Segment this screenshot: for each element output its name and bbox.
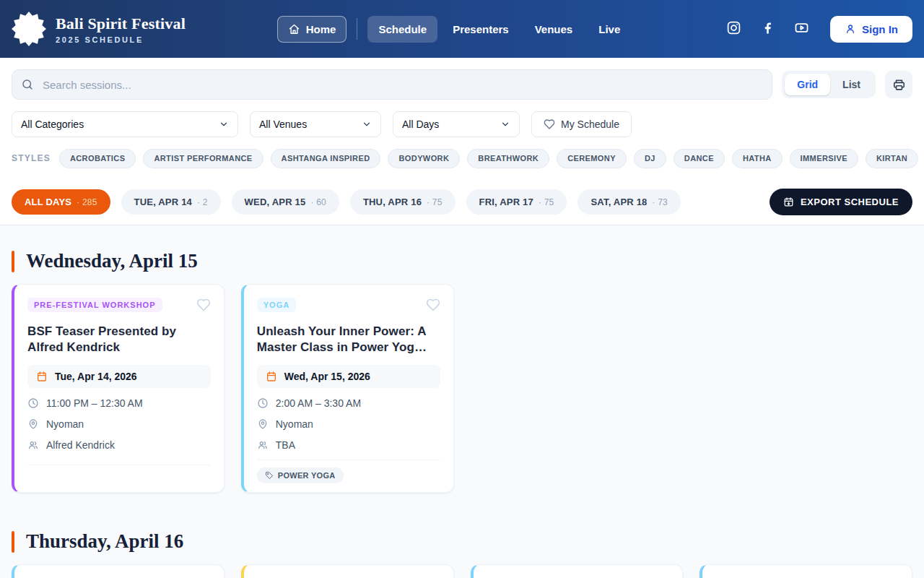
tag-icon (265, 471, 274, 480)
day-tab-thu-apr-16[interactable]: THU, APR 16· 75 (350, 189, 456, 215)
day-tab-tue-apr-14[interactable]: TUE, APR 14· 2 (121, 189, 221, 215)
day-section: Thursday, April 16 (12, 506, 912, 578)
day-tab-sat-apr-18[interactable]: SAT, APR 18· 73 (578, 189, 681, 215)
section-heading: Thursday, April 16 (12, 506, 912, 553)
all-categories-select[interactable]: All Categories (12, 111, 238, 137)
day-tabs: ALL DAYS· 285TUE, APR 14· 2WED, APR 15· … (12, 189, 681, 215)
favorite-button[interactable] (426, 298, 440, 314)
session-date: Wed, Apr 15, 2026 (257, 365, 440, 388)
export-schedule-button[interactable]: EXPORT SCHEDULE (770, 189, 912, 215)
session-card[interactable]: YOGAUnleash Your Inner Power: A Master C… (241, 284, 454, 493)
grid-view-button[interactable]: Grid (785, 74, 830, 95)
card-top: PRE-FESTIVAL WORKSHOP (27, 298, 211, 314)
session-card[interactable]: PRE-FESTIVAL WORKSHOPBSF Teaser Presente… (12, 284, 225, 493)
style-pill-bodywork[interactable]: BODYWORK (388, 149, 460, 168)
session-time: 11:00 PM – 12:30 AM (27, 397, 211, 409)
session-presenter-text: TBA (276, 439, 295, 451)
schedule-content: Wednesday, April 15PRE-FESTIVAL WORKSHOP… (0, 225, 924, 578)
session-title: Unleash Your Inner Power: A Master Class… (257, 324, 440, 356)
style-pill-breathwork[interactable]: BREATHWORK (467, 149, 549, 168)
session-presenter: TBA (257, 439, 440, 451)
session-date-text: Wed, Apr 15, 2026 (284, 371, 370, 382)
my-schedule-button[interactable]: My Schedule (531, 111, 632, 137)
day-tab-label: WED, APR 15 (245, 197, 306, 207)
users-icon (27, 439, 39, 451)
nav-venues[interactable]: Venues (524, 16, 584, 43)
session-venue: Nyoman (27, 418, 211, 430)
nav-live[interactable]: Live (588, 16, 631, 43)
session-venue: Nyoman (257, 418, 440, 430)
sign-in-button[interactable]: Sign In (830, 16, 912, 43)
style-pill-acrobatics[interactable]: ACROBATICS (59, 149, 136, 168)
search-row: Grid List (12, 69, 912, 100)
category-badge: YOGA (257, 298, 296, 312)
session-time-text: 2:00 AM – 3:30 AM (276, 397, 361, 409)
day-tab-all-days[interactable]: ALL DAYS· 285 (12, 189, 110, 215)
nav-divider (357, 18, 357, 40)
category-badge: PRE-FESTIVAL WORKSHOP (27, 298, 162, 312)
style-tag[interactable]: POWER YOGA (257, 467, 344, 483)
day-tab-fri-apr-17[interactable]: FRI, APR 17· 75 (466, 189, 567, 215)
card-top: YOGA (257, 298, 440, 314)
nav-schedule[interactable]: Schedule (367, 16, 437, 43)
session-card[interactable] (699, 564, 912, 578)
session-card[interactable] (241, 564, 454, 578)
session-date: Tue, Apr 14, 2026 (27, 365, 211, 388)
style-pill-dance[interactable]: DANCE (674, 149, 725, 168)
style-pill-hatha[interactable]: HATHA (732, 149, 783, 168)
main-nav: HomeSchedulePresentersVenuesLive (277, 16, 631, 43)
calendar-export-icon (783, 197, 794, 207)
day-tab-wed-apr-15[interactable]: WED, APR 15· 60 (232, 189, 339, 215)
day-tab-label: ALL DAYS (25, 197, 71, 207)
map-pin-icon (27, 418, 39, 430)
style-pill-ashtanga-inspired[interactable]: ASHTANGA INSPIRED (271, 149, 381, 168)
facebook-link[interactable] (757, 17, 779, 41)
day-tab-count: · 2 (197, 197, 208, 207)
session-card[interactable] (12, 564, 225, 578)
style-pill-dj[interactable]: DJ (634, 149, 666, 168)
all-days-select[interactable]: All Days (393, 111, 520, 137)
style-pill-immersive[interactable]: IMMERSIVE (790, 149, 858, 168)
instagram-link[interactable] (723, 17, 745, 41)
calendar-icon (36, 371, 48, 382)
chevron-down-icon (500, 119, 510, 129)
map-pin-icon (257, 418, 269, 430)
app-subtitle: 2025 SCHEDULE (56, 35, 186, 44)
select-value: All Categories (21, 118, 84, 130)
youtube-link[interactable] (790, 17, 813, 41)
clock-icon (27, 397, 39, 409)
nav-label: Live (598, 23, 620, 35)
session-date-text: Tue, Apr 14, 2026 (55, 371, 137, 382)
day-tab-count: · 75 (427, 197, 442, 207)
style-pill-kirtan[interactable]: KIRTAN (866, 149, 918, 168)
select-value: All Days (402, 118, 439, 130)
style-pill-ceremony[interactable]: CEREMONY (557, 149, 627, 168)
filters-row: All CategoriesAll VenuesAll Days My Sche… (12, 111, 912, 137)
day-tab-label: TUE, APR 14 (134, 197, 192, 207)
section-heading: Wednesday, April 15 (12, 225, 912, 272)
print-button[interactable] (885, 71, 912, 98)
printer-icon (892, 78, 906, 92)
favorite-button[interactable] (196, 298, 211, 314)
day-tab-label: THU, APR 16 (363, 197, 422, 207)
nav-presenters[interactable]: Presenters (442, 16, 520, 43)
section-title: Wednesday, April 15 (26, 250, 198, 272)
select-value: All Venues (259, 118, 307, 130)
session-presenter-text: Alfred Kendrick (46, 439, 115, 451)
app-title: Bali Spirit Festival (56, 14, 186, 33)
session-time: 2:00 AM – 3:30 AM (257, 397, 440, 409)
style-pill-artist-performance[interactable]: ARTIST PERFORMANCE (143, 149, 263, 168)
search-input[interactable] (12, 69, 772, 100)
session-cards-grid: PRE-FESTIVAL WORKSHOPBSF Teaser Presente… (12, 284, 912, 493)
day-tab-count: · 75 (539, 197, 554, 207)
styles-label: STYLES (12, 153, 51, 163)
brand[interactable]: Bali Spirit Festival 2025 SCHEDULE (12, 12, 186, 46)
facebook-icon (760, 20, 775, 35)
nav-home[interactable]: Home (277, 16, 347, 43)
style-pills: ACROBATICSARTIST PERFORMANCEASHTANGA INS… (59, 149, 924, 168)
all-venues-select[interactable]: All Venues (250, 111, 381, 137)
session-card[interactable] (471, 564, 684, 578)
section-title: Thursday, April 16 (26, 530, 183, 553)
youtube-icon (794, 20, 809, 35)
list-view-button[interactable]: List (830, 74, 873, 95)
